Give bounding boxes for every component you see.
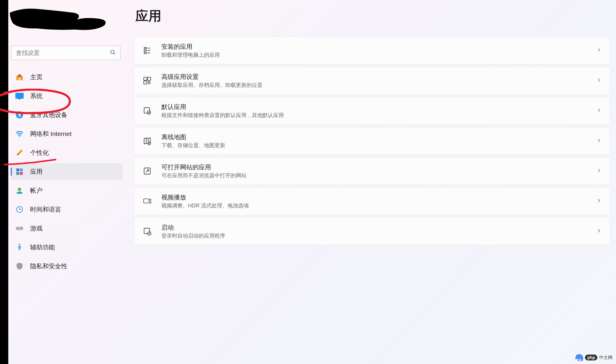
startup-icon bbox=[142, 227, 152, 236]
svg-rect-2 bbox=[15, 93, 24, 99]
website-apps-icon bbox=[142, 166, 152, 176]
gaming-icon bbox=[15, 224, 24, 233]
sidebar-item-label: 时间和语言 bbox=[30, 205, 61, 214]
sidebar-item-personalization[interactable]: 个性化 bbox=[11, 144, 123, 161]
sidebar-item-time[interactable]: 时间和语言 bbox=[11, 201, 123, 218]
window-edge bbox=[0, 0, 8, 364]
sidebar-item-network[interactable]: 网络和 Internet bbox=[11, 126, 123, 142]
item-desc: 登录时自动启动的应用程序 bbox=[161, 232, 596, 239]
item-desc: 卸载和管理电脑上的应用 bbox=[161, 51, 596, 58]
chevron-right-icon bbox=[596, 198, 602, 204]
personalize-icon bbox=[15, 148, 24, 157]
item-text: 可打开网站的应用 可在应用而不是浏览器中打开的网站 bbox=[161, 163, 596, 179]
sidebar-item-label: 隐私和安全性 bbox=[30, 262, 67, 270]
item-desc: 根据文件和链接种类设置的默认应用，其他默认应用 bbox=[161, 112, 596, 119]
svg-rect-7 bbox=[20, 168, 23, 171]
svg-point-19 bbox=[19, 244, 20, 246]
item-title: 可打开网站的应用 bbox=[161, 163, 596, 171]
installed-apps-icon bbox=[142, 46, 152, 55]
user-info-redacted bbox=[10, 5, 110, 32]
search-box[interactable] bbox=[11, 46, 121, 60]
sidebar-item-label: 蓝牙其他设备 bbox=[30, 111, 67, 119]
sidebar-item-bluetooth[interactable]: 蓝牙其他设备 bbox=[11, 107, 123, 123]
main-content: 应用 安装的应用 卸载和管理电脑上的应用 高级应用设置 bbox=[125, 0, 616, 364]
item-desc: 视频调整、HDR 流式处理、电池选项 bbox=[161, 202, 596, 209]
chevron-right-icon bbox=[596, 108, 602, 114]
settings-item-default-apps[interactable]: 默认应用 根据文件和链接种类设置的默认应用，其他默认应用 bbox=[134, 97, 610, 125]
svg-rect-21 bbox=[144, 50, 147, 51]
sidebar-item-apps[interactable]: 应用 bbox=[11, 163, 123, 180]
chevron-right-icon bbox=[596, 168, 602, 174]
item-text: 高级应用设置 选择获取应用、存档应用、卸载更新的位置 bbox=[161, 73, 596, 89]
chevron-right-icon bbox=[596, 77, 602, 84]
nav-list: 主页 系统 蓝牙其他设备 网络和 Internet bbox=[8, 69, 125, 274]
svg-point-17 bbox=[21, 228, 22, 228]
sidebar-item-label: 游戏 bbox=[30, 224, 43, 233]
sidebar: 主页 系统 蓝牙其他设备 网络和 Internet bbox=[8, 0, 125, 364]
settings-item-offline-maps[interactable]: 离线地图 下载、存储位置、地图更新 bbox=[134, 127, 610, 155]
svg-rect-28 bbox=[144, 81, 147, 84]
chevron-right-icon bbox=[596, 47, 602, 54]
settings-item-advanced[interactable]: 高级应用设置 选择获取应用、存档应用、卸载更新的位置 bbox=[134, 67, 610, 95]
settings-item-startup[interactable]: 启动 登录时自动启动的应用程序 bbox=[134, 217, 610, 245]
svg-point-10 bbox=[18, 188, 21, 191]
svg-rect-22 bbox=[144, 52, 147, 54]
item-desc: 选择获取应用、存档应用、卸载更新的位置 bbox=[161, 82, 596, 89]
item-title: 默认应用 bbox=[161, 103, 596, 111]
privacy-icon bbox=[15, 261, 24, 271]
item-text: 离线地图 下载、存储位置、地图更新 bbox=[161, 133, 596, 149]
svg-point-18 bbox=[21, 229, 22, 230]
advanced-settings-icon bbox=[142, 76, 152, 85]
sidebar-item-label: 辅助功能 bbox=[30, 243, 55, 251]
settings-item-installed-apps[interactable]: 安装的应用 卸载和管理电脑上的应用 bbox=[134, 37, 610, 64]
wifi-icon bbox=[15, 129, 24, 139]
svg-point-29 bbox=[148, 82, 150, 84]
account-icon bbox=[15, 186, 24, 195]
svg-line-1 bbox=[114, 53, 115, 55]
sidebar-item-system[interactable]: 系统 bbox=[11, 88, 123, 104]
chevron-right-icon bbox=[596, 228, 602, 235]
chevron-right-icon bbox=[596, 138, 602, 144]
svg-rect-15 bbox=[16, 227, 23, 230]
settings-item-video[interactable]: 视频播放 视频调整、HDR 流式处理、电池选项 bbox=[134, 187, 610, 215]
watermark: php 中文网 bbox=[574, 354, 612, 361]
svg-rect-20 bbox=[144, 48, 147, 49]
svg-point-16 bbox=[17, 228, 18, 229]
search-icon bbox=[110, 49, 116, 56]
sidebar-item-privacy[interactable]: 隐私和安全性 bbox=[11, 258, 123, 274]
svg-rect-9 bbox=[20, 172, 23, 175]
page-title: 应用 bbox=[135, 7, 610, 25]
sidebar-item-gaming[interactable]: 游戏 bbox=[11, 220, 123, 237]
time-icon bbox=[15, 205, 24, 214]
watermark-text: 中文网 bbox=[599, 355, 612, 360]
item-title: 高级应用设置 bbox=[161, 73, 596, 81]
sidebar-item-label: 主页 bbox=[30, 73, 43, 81]
settings-item-website-apps[interactable]: 可打开网站的应用 可在应用而不是浏览器中打开的网站 bbox=[134, 157, 610, 185]
sidebar-item-home[interactable]: 主页 bbox=[11, 69, 123, 85]
svg-rect-27 bbox=[147, 77, 151, 80]
item-text: 安装的应用 卸载和管理电脑上的应用 bbox=[161, 43, 596, 58]
svg-rect-26 bbox=[144, 77, 147, 80]
sidebar-item-label: 个性化 bbox=[30, 149, 49, 157]
svg-point-0 bbox=[111, 50, 114, 54]
svg-rect-3 bbox=[18, 99, 21, 99]
svg-point-5 bbox=[19, 136, 20, 137]
search-input[interactable] bbox=[16, 50, 110, 56]
watermark-brand: php bbox=[585, 355, 597, 360]
item-text: 视频播放 视频调整、HDR 流式处理、电池选项 bbox=[161, 193, 596, 209]
watermark-logo bbox=[574, 354, 583, 361]
sidebar-item-accounts[interactable]: 帐户 bbox=[11, 182, 123, 199]
accessibility-icon bbox=[15, 243, 24, 252]
maps-icon bbox=[142, 136, 152, 146]
item-title: 启动 bbox=[161, 223, 596, 232]
item-title: 安装的应用 bbox=[161, 43, 596, 51]
svg-rect-6 bbox=[16, 168, 19, 171]
settings-list: 安装的应用 卸载和管理电脑上的应用 高级应用设置 选择获取应用、存档应用、卸载更… bbox=[134, 37, 610, 245]
sidebar-item-accessibility[interactable]: 辅助功能 bbox=[11, 239, 123, 256]
item-text: 默认应用 根据文件和链接种类设置的默认应用，其他默认应用 bbox=[161, 103, 596, 119]
item-desc: 下载、存储位置、地图更新 bbox=[161, 142, 596, 149]
item-title: 离线地图 bbox=[161, 133, 596, 141]
svg-rect-8 bbox=[16, 172, 19, 175]
home-icon bbox=[15, 72, 24, 82]
item-desc: 可在应用而不是浏览器中打开的网站 bbox=[161, 172, 596, 179]
